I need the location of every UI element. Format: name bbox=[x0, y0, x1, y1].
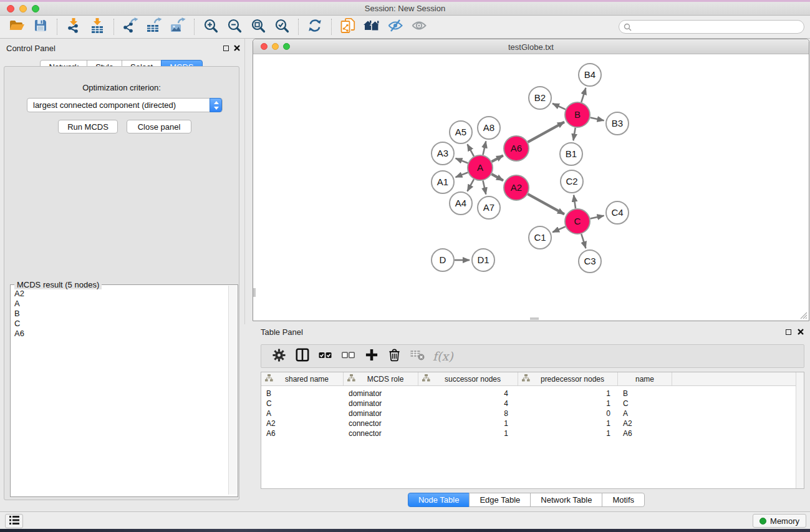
graph-edge-A-A7[interactable] bbox=[483, 181, 486, 195]
graph-node-B1[interactable]: B1 bbox=[560, 143, 582, 165]
network-hscroll-thumb[interactable] bbox=[530, 317, 539, 320]
graph-node-A2[interactable]: A2 bbox=[504, 175, 529, 200]
create-network-from-selection-button[interactable] bbox=[336, 17, 360, 36]
column-header-predecessor-nodes[interactable]: predecessor nodes bbox=[518, 372, 618, 385]
table-row[interactable]: Cdominator41C bbox=[261, 399, 804, 409]
cell-successor-nodes[interactable]: 4 bbox=[418, 399, 518, 408]
graph-edge-A2-C[interactable] bbox=[528, 194, 564, 214]
graph-node-D1[interactable]: D1 bbox=[472, 249, 494, 271]
tab-motifs[interactable]: Motifs bbox=[602, 493, 645, 507]
graph-node-B2[interactable]: B2 bbox=[529, 87, 551, 109]
cell-MCDS-role[interactable]: connector bbox=[344, 429, 418, 438]
run-mcds-button[interactable]: Run MCDS bbox=[58, 120, 118, 133]
graph-node-C1[interactable]: C1 bbox=[529, 226, 551, 249]
refresh-view-button[interactable] bbox=[303, 17, 327, 36]
graph-node-C4[interactable]: C4 bbox=[606, 201, 629, 224]
mcds-result-item[interactable]: B bbox=[11, 309, 228, 319]
criterion-dropdown[interactable]: largest connected component (directed) bbox=[27, 98, 223, 112]
cell-MCDS-role[interactable]: dominator bbox=[344, 389, 418, 398]
graph-node-A3[interactable]: A3 bbox=[432, 142, 454, 165]
create-column-button[interactable] bbox=[360, 347, 383, 365]
task-history-button[interactable] bbox=[5, 514, 23, 528]
column-header-MCDS-role[interactable]: MCDS role bbox=[344, 372, 418, 385]
open-session-button[interactable] bbox=[5, 17, 29, 36]
graph-edge-B-B2[interactable] bbox=[552, 104, 566, 109]
cell-shared-name[interactable]: B bbox=[261, 389, 344, 398]
function-builder-button[interactable]: f(x) bbox=[433, 349, 453, 363]
table-row[interactable]: Bdominator41B bbox=[261, 389, 804, 399]
resize-grip-icon[interactable] bbox=[799, 311, 808, 319]
graph-node-A5[interactable]: A5 bbox=[450, 121, 472, 143]
delete-column-button[interactable] bbox=[383, 347, 406, 365]
graph-edge-C-C3[interactable] bbox=[581, 234, 586, 248]
cell-name[interactable]: A6 bbox=[618, 429, 672, 438]
cell-successor-nodes[interactable]: 8 bbox=[418, 409, 518, 418]
cell-shared-name[interactable]: A6 bbox=[261, 429, 344, 438]
delete-table-button[interactable] bbox=[406, 347, 429, 365]
cell-shared-name[interactable]: A bbox=[261, 409, 344, 418]
table-row[interactable]: A6connector11A6 bbox=[261, 428, 804, 438]
cell-predecessor-nodes[interactable]: 1 bbox=[518, 399, 618, 408]
zoom-selected-button[interactable] bbox=[270, 17, 294, 36]
column-header-shared-name[interactable]: shared name bbox=[261, 372, 344, 385]
cell-MCDS-role[interactable]: dominator bbox=[344, 409, 418, 418]
cell-successor-nodes[interactable]: 1 bbox=[418, 429, 518, 438]
graph-edge-A-A2[interactable] bbox=[491, 174, 503, 180]
cell-shared-name[interactable]: A2 bbox=[261, 419, 344, 428]
graph-node-B4[interactable]: B4 bbox=[579, 64, 601, 86]
graph-edge-C-C2[interactable] bbox=[574, 195, 576, 208]
graph-node-A8[interactable]: A8 bbox=[478, 117, 500, 139]
mcds-result-item[interactable]: A6 bbox=[11, 329, 228, 339]
graph-edge-C-C4[interactable] bbox=[591, 216, 604, 219]
graph-edge-C-C1[interactable] bbox=[552, 226, 566, 232]
export-table-button[interactable] bbox=[142, 17, 166, 36]
graph-node-D[interactable]: D bbox=[432, 249, 454, 271]
graph-node-C[interactable]: C bbox=[565, 209, 590, 234]
mcds-result-item[interactable]: C bbox=[11, 319, 228, 329]
import-network-button[interactable] bbox=[62, 17, 85, 36]
graph-edge-B-B1[interactable] bbox=[573, 128, 575, 141]
first-neighbors-button[interactable] bbox=[360, 17, 383, 36]
graph-edge-A6-B[interactable] bbox=[528, 122, 564, 142]
tab-node-table[interactable]: Node Table bbox=[408, 493, 470, 507]
graph-edge-A-A5[interactable] bbox=[468, 144, 474, 156]
table-row[interactable]: A2connector11A2 bbox=[261, 418, 804, 428]
cell-name[interactable]: A bbox=[618, 409, 672, 418]
cell-successor-nodes[interactable]: 4 bbox=[418, 389, 518, 398]
export-network-button[interactable] bbox=[118, 17, 142, 36]
cell-predecessor-nodes[interactable]: 1 bbox=[518, 429, 618, 438]
graph-node-A7[interactable]: A7 bbox=[478, 196, 500, 219]
mcds-result-item[interactable]: A2 bbox=[11, 289, 228, 299]
zoom-out-button[interactable] bbox=[223, 17, 246, 36]
graph-edge-A-A1[interactable] bbox=[456, 173, 468, 178]
cell-MCDS-role[interactable]: dominator bbox=[344, 399, 418, 408]
show-column-panel-button[interactable] bbox=[291, 347, 314, 365]
column-header-successor-nodes[interactable]: successor nodes bbox=[418, 372, 518, 385]
import-table-button[interactable] bbox=[85, 17, 109, 36]
hide-selected-button[interactable] bbox=[383, 17, 407, 36]
table-float-icon[interactable] bbox=[784, 328, 792, 336]
network-vscroll-thumb[interactable] bbox=[253, 288, 256, 297]
graph-edge-A-A8[interactable] bbox=[483, 141, 486, 155]
graph-edge-A-A6[interactable] bbox=[492, 155, 503, 162]
show-all-button[interactable] bbox=[407, 17, 431, 36]
mcds-list-scrollbar[interactable] bbox=[228, 286, 237, 495]
tab-network-table[interactable]: Network Table bbox=[530, 493, 602, 507]
cell-name[interactable]: C bbox=[618, 399, 672, 408]
cell-shared-name[interactable]: C bbox=[261, 399, 344, 408]
network-graph[interactable]: B4B2BB3A5A8A6B1A3AC2A1A2A4A7C4CC1C3DD1 bbox=[253, 54, 809, 321]
cell-predecessor-nodes[interactable]: 0 bbox=[518, 409, 618, 418]
graph-node-C3[interactable]: C3 bbox=[579, 250, 601, 273]
table-settings-button[interactable] bbox=[268, 347, 291, 365]
cell-MCDS-role[interactable]: connector bbox=[344, 419, 418, 428]
table-close-icon[interactable] bbox=[797, 328, 804, 336]
cell-predecessor-nodes[interactable]: 1 bbox=[518, 389, 618, 398]
graph-node-B[interactable]: B bbox=[565, 102, 590, 127]
graph-node-A6[interactable]: A6 bbox=[504, 136, 529, 161]
graph-node-A[interactable]: A bbox=[468, 155, 493, 180]
tab-edge-table[interactable]: Edge Table bbox=[469, 493, 531, 507]
mcds-result-item[interactable]: A bbox=[11, 299, 228, 309]
cell-name[interactable]: A2 bbox=[618, 419, 672, 428]
save-session-button[interactable] bbox=[29, 17, 52, 36]
graph-node-A4[interactable]: A4 bbox=[450, 192, 472, 215]
